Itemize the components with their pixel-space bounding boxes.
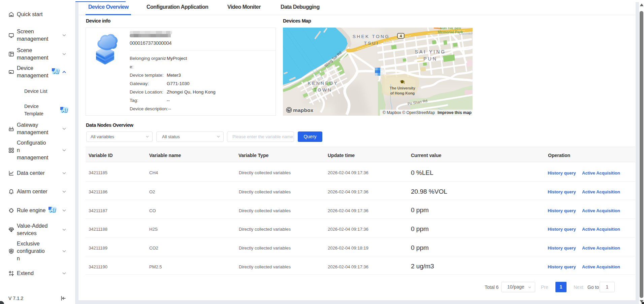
svg-text:TOWN: TOWN bbox=[314, 87, 332, 92]
svg-text:4: 4 bbox=[400, 34, 402, 38]
svg-text:mapbox: mapbox bbox=[293, 107, 314, 113]
svg-text:PUN: PUN bbox=[423, 56, 438, 62]
svg-text:KENNEDY: KENNEDY bbox=[308, 81, 338, 86]
svg-text:SAI YING: SAI YING bbox=[415, 49, 446, 54]
svg-text:© Mapbox © OpenStreetMap: © Mapbox © OpenStreetMap bbox=[383, 110, 435, 115]
svg-text:The University: The University bbox=[390, 86, 416, 90]
svg-text:Sun Yat Sen: Sun Yat Sen bbox=[440, 28, 461, 30]
svg-text:Improve this map: Improve this map bbox=[438, 110, 472, 115]
svg-text:TSUI: TSUI bbox=[364, 41, 379, 46]
svg-text:of Hong Kong: of Hong Kong bbox=[390, 91, 415, 95]
svg-text:SHEK TONG: SHEK TONG bbox=[353, 34, 390, 39]
